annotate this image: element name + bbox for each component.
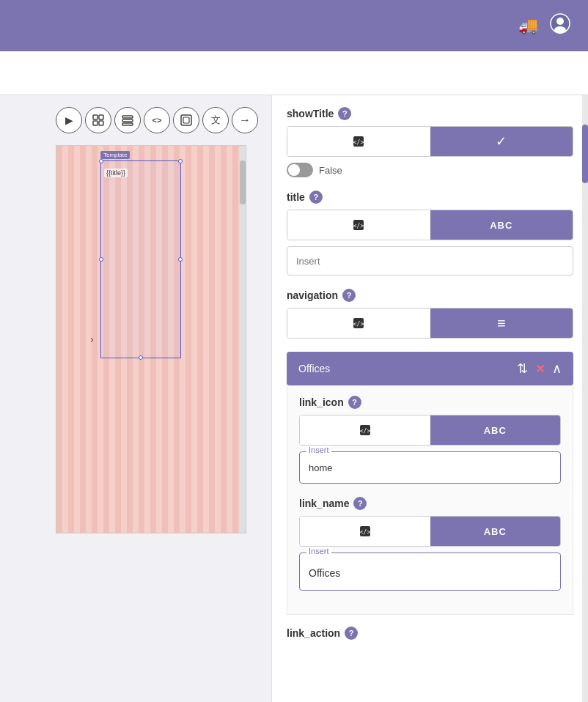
grid-button[interactable]	[85, 107, 111, 133]
handle-tl[interactable]	[99, 159, 103, 163]
show-title-check-btn[interactable]: ✓	[430, 127, 573, 156]
svg-text:</>: </>	[360, 529, 371, 536]
canvas-preview: Template {{title}} ›	[56, 145, 246, 533]
offices-label: Offices	[298, 363, 330, 374]
title-label: title ?	[287, 191, 573, 204]
offices-nav-item[interactable]: Offices ⇅ ✕ ∧	[287, 352, 573, 385]
canvas-scrollbar-thumb[interactable]	[240, 160, 246, 204]
handle-tr[interactable]	[178, 159, 183, 163]
false-label: False	[319, 165, 342, 176]
offices-actions: ⇅ ✕ ∧	[517, 361, 562, 377]
title-toggle: </> ABC	[287, 210, 573, 240]
title-placeholder: {{title}}	[104, 169, 128, 177]
svg-point-1	[556, 18, 564, 25]
play-button[interactable]: ▶	[56, 107, 82, 133]
show-title-label: showTitle ?	[287, 107, 573, 120]
toolbar-icons-row: ▶ <> 文 →	[12, 107, 271, 133]
link-icon-section: link_icon ? </> ABC Insert	[299, 396, 561, 484]
link-icon-input[interactable]	[299, 451, 561, 484]
offices-delete-icon[interactable]: ✕	[535, 362, 545, 376]
toggle-knob	[288, 164, 300, 176]
svg-point-2	[554, 26, 566, 34]
right-scrollbar-thumb[interactable]	[582, 125, 588, 183]
user-icon[interactable]	[550, 13, 570, 38]
navigation-help[interactable]: ?	[342, 289, 356, 302]
svg-rect-4	[99, 115, 103, 119]
title-abc-btn[interactable]: ABC	[430, 210, 573, 240]
show-title-help[interactable]: ?	[338, 107, 351, 120]
svg-rect-3	[93, 115, 98, 119]
svg-text:</>: </>	[353, 139, 364, 146]
canvas-panel: ▶ <> 文 → Template {{title}}	[0, 95, 271, 702]
link-icon-float-label: Insert	[306, 446, 331, 454]
link-name-help[interactable]: ?	[353, 497, 367, 510]
handle-bm[interactable]	[139, 355, 143, 360]
link-name-label: link_name ?	[299, 497, 561, 510]
handle-ml[interactable]	[99, 257, 103, 262]
truck-icon[interactable]: 🚚	[518, 16, 538, 35]
show-title-code-btn[interactable]: </>	[287, 127, 430, 156]
props-panel: showTitle ? </> ✓ False title	[271, 95, 588, 702]
selection-box[interactable]: Template {{title}}	[100, 160, 181, 358]
main-content: ▶ <> 文 → Template {{title}}	[0, 95, 588, 702]
nav-list-btn[interactable]: ≡	[430, 308, 573, 338]
layout-button[interactable]	[114, 107, 141, 133]
link-action-section: link_action ?	[287, 627, 573, 640]
svg-rect-5	[93, 121, 98, 125]
canvas-nav-arrow[interactable]: ›	[90, 333, 94, 345]
svg-rect-6	[99, 121, 103, 125]
template-label: Template	[100, 151, 130, 159]
link-name-float-label: Insert	[306, 547, 331, 555]
arrow-button[interactable]: →	[232, 107, 258, 133]
link-name-section: link_name ? </> ABC Insert	[299, 497, 561, 591]
header: 🚚	[0, 0, 588, 51]
link-name-abc-btn[interactable]: ABC	[430, 517, 561, 546]
svg-rect-10	[181, 115, 191, 125]
link-action-help[interactable]: ?	[345, 627, 358, 640]
navigation-section: navigation ? </> ≡	[287, 289, 573, 339]
svg-text:</>: </>	[360, 428, 371, 435]
title-help[interactable]: ?	[309, 191, 323, 204]
show-title-toggle: </> ✓	[287, 126, 573, 157]
offices-sort-icon[interactable]: ⇅	[517, 361, 528, 377]
navigation-toggle: </> ≡	[287, 308, 573, 339]
link-name-input-wrapper: Insert	[299, 553, 561, 591]
link-name-toggle: </> ABC	[299, 516, 561, 547]
link-icon-label: link_icon ?	[299, 396, 561, 409]
show-title-section: showTitle ? </> ✓ False	[287, 107, 573, 177]
title-section: title ? </> ABC	[287, 191, 573, 276]
svg-rect-8	[122, 119, 133, 122]
false-toggle-switch[interactable]	[287, 163, 313, 177]
svg-text:</>: </>	[353, 321, 364, 328]
component-button[interactable]	[173, 107, 199, 133]
link-icon-input-wrapper: Insert	[299, 451, 561, 484]
link-action-label: link_action ?	[287, 627, 573, 640]
offices-collapse-icon[interactable]: ∧	[552, 361, 562, 377]
navigation-label: navigation ?	[287, 289, 573, 302]
title-code-btn[interactable]: </>	[287, 210, 430, 240]
false-row: False	[287, 163, 573, 177]
svg-rect-9	[122, 123, 133, 125]
svg-rect-11	[183, 117, 189, 123]
right-scrollbar[interactable]	[582, 95, 588, 702]
toolbar-bar	[0, 51, 588, 95]
link-name-input[interactable]	[299, 553, 561, 591]
link-icon-code-btn[interactable]: </>	[300, 415, 430, 445]
link-icon-toggle: </> ABC	[299, 415, 561, 446]
nav-code-btn[interactable]: </>	[287, 308, 430, 338]
link-icon-abc-btn[interactable]: ABC	[430, 415, 561, 445]
handle-mr[interactable]	[178, 257, 183, 262]
canvas-scrollbar[interactable]	[240, 146, 246, 533]
link-icon-help[interactable]: ?	[348, 396, 361, 409]
offices-nested-props: link_icon ? </> ABC Insert link_name	[287, 385, 573, 615]
translate-button[interactable]: 文	[202, 107, 229, 133]
svg-text:</>: </>	[353, 223, 364, 229]
svg-rect-7	[122, 116, 133, 118]
link-name-code-btn[interactable]: </>	[300, 517, 430, 546]
title-input[interactable]	[287, 246, 573, 276]
code-button[interactable]: <>	[144, 107, 170, 133]
